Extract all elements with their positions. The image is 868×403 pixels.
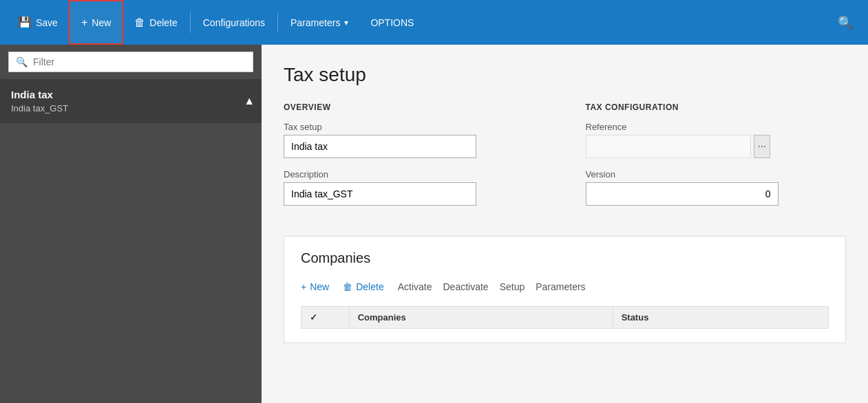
tax-config-section: TAX CONFIGURATION Reference ⋯ Version — [586, 102, 847, 217]
reference-row: ⋯ — [586, 135, 847, 158]
reference-field: Reference ⋯ — [586, 122, 847, 158]
delete-button[interactable]: 🗑 Delete — [123, 0, 188, 45]
filter-input-wrap: 🔍 — [8, 52, 253, 72]
configurations-button[interactable]: Configurations — [192, 0, 276, 45]
companies-delete-icon: 🗑 — [343, 281, 352, 292]
companies-parameters-button[interactable]: Parameters — [536, 277, 593, 296]
chevron-down-icon: ▾ — [344, 18, 348, 28]
reference-ellipsis-button[interactable]: ⋯ — [754, 135, 770, 158]
overview-section-header: OVERVIEW — [284, 102, 544, 112]
sidebar-item-title: India tax — [11, 89, 251, 100]
companies-delete-button[interactable]: 🗑 Delete — [343, 277, 392, 296]
toolbar-right: 🔍 — [829, 0, 861, 45]
main-layout: 🔍 India tax India tax_GST ▲ Tax setup OV… — [0, 45, 868, 403]
version-field: Version — [586, 169, 847, 206]
companies-section: Companies + New 🗑 Delete Activate Deacti… — [284, 236, 846, 343]
search-icon: 🔍 — [838, 16, 853, 30]
separator2 — [277, 12, 278, 33]
content-area: Tax setup OVERVIEW Tax setup Description… — [262, 45, 868, 403]
form-sections: OVERVIEW Tax setup Description TAX CONFI… — [284, 102, 846, 217]
page-title: Tax setup — [284, 64, 846, 86]
plus-icon: + — [81, 17, 87, 29]
tax-setup-field: Tax setup — [284, 122, 544, 158]
sidebar: 🔍 India tax India tax_GST ▲ — [0, 45, 262, 403]
sidebar-item-subtitle: India tax_GST — [11, 103, 251, 113]
tax-config-section-header: TAX CONFIGURATION — [586, 102, 847, 112]
overview-section: OVERVIEW Tax setup Description — [284, 102, 544, 217]
companies-toolbar: + New 🗑 Delete Activate Deactivate Setup — [301, 277, 829, 296]
col-companies-header: Companies — [349, 307, 613, 329]
companies-deactivate-button[interactable]: Deactivate — [443, 277, 496, 296]
description-field: Description — [284, 169, 544, 206]
new-button[interactable]: + New — [69, 0, 123, 45]
filter-box: 🔍 — [0, 45, 262, 79]
save-icon: 💾 — [18, 16, 32, 29]
reference-input[interactable] — [586, 135, 751, 158]
description-label: Description — [284, 169, 544, 179]
check-icon: ✓ — [310, 312, 317, 323]
parameters-button[interactable]: Parameters ▾ — [279, 0, 359, 45]
version-input[interactable] — [586, 182, 779, 206]
save-button[interactable]: 💾 Save — [7, 0, 69, 45]
delete-icon: 🗑 — [134, 17, 145, 29]
companies-plus-icon: + — [301, 281, 306, 292]
companies-new-button[interactable]: + New — [301, 277, 337, 296]
sidebar-item[interactable]: India tax India tax_GST ▲ — [0, 79, 262, 123]
col-status-header: Status — [613, 307, 828, 329]
ellipsis-icon: ⋯ — [758, 142, 766, 151]
toolbar: 💾 Save + New 🗑 Delete Configurations Par… — [0, 0, 868, 45]
companies-title: Companies — [301, 250, 829, 266]
table-header-row: ✓ Companies Status — [301, 307, 829, 329]
search-button[interactable]: 🔍 — [829, 0, 861, 45]
scroll-up-icon[interactable]: ▲ — [244, 95, 255, 107]
companies-activate-button[interactable]: Activate — [398, 277, 441, 296]
separator — [190, 12, 191, 33]
options-button[interactable]: OPTIONS — [359, 0, 425, 45]
companies-table: ✓ Companies Status — [301, 306, 829, 329]
filter-input[interactable] — [33, 56, 246, 67]
companies-setup-button[interactable]: Setup — [500, 277, 533, 296]
col-check-header: ✓ — [301, 307, 350, 329]
filter-search-icon: 🔍 — [16, 56, 28, 67]
description-input[interactable] — [284, 182, 476, 206]
reference-label: Reference — [586, 122, 847, 132]
tax-setup-label: Tax setup — [284, 122, 544, 132]
tax-setup-input[interactable] — [284, 135, 476, 158]
version-label: Version — [586, 169, 847, 179]
